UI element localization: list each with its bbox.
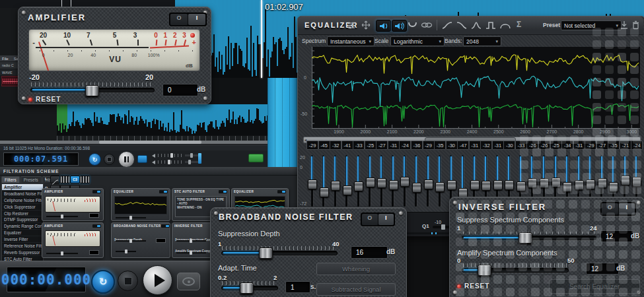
filter-list-item[interactable]: Dynamic Range Control [2, 223, 43, 230]
thumbnail-broadband-noise-filter[interactable]: BROADBAND NOISE FILTER Suppression Depth [111, 222, 170, 258]
filter-curve-icon[interactable] [50, 176, 60, 183]
fader-handle[interactable] [320, 187, 329, 197]
reset-button[interactable]: RESET [457, 282, 489, 290]
fader-handle[interactable] [424, 180, 433, 189]
fader-handle[interactable] [575, 180, 584, 190]
compressor-icon[interactable]: C3 [70, 176, 80, 183]
fader-handle[interactable] [563, 182, 572, 192]
thumbnail-equalizer[interactable]: EQUALIZER [111, 188, 170, 221]
reset-button[interactable]: RESET [28, 96, 61, 103]
power-on-button[interactable]: I [188, 14, 205, 25]
fader-handle[interactable] [308, 180, 317, 189]
adapt-handle[interactable] [240, 282, 254, 294]
gain-value-box[interactable]: 0 [162, 84, 198, 96]
fader-handle[interactable] [505, 180, 514, 190]
suppression-slider[interactable] [221, 251, 338, 255]
thumbnail-amplifier[interactable]: AMPLIFIER [42, 188, 104, 221]
amplify-value-box[interactable]: 12 [586, 263, 619, 275]
filter-list-item[interactable]: Reverb Suppressor [2, 249, 43, 256]
playhead[interactable] [261, 0, 262, 78]
suppress-handle[interactable] [519, 232, 532, 244]
fader-handle[interactable] [354, 182, 363, 191]
mini-monitor-button[interactable] [137, 155, 147, 163]
filter-list-item[interactable]: Inverse Filter [2, 236, 43, 243]
filter-list-item[interactable]: Amplifier [2, 184, 43, 191]
stop-button[interactable] [118, 271, 138, 291]
mini-loop-button[interactable]: ↻ [89, 153, 101, 166]
power-on-button[interactable]: I [619, 203, 635, 214]
fader-handle[interactable] [517, 182, 526, 191]
play-button[interactable] [143, 265, 172, 295]
loop-button[interactable]: ↻ [91, 270, 115, 294]
thumb-power-toggle[interactable] [277, 190, 286, 193]
fader-handle[interactable] [389, 180, 398, 190]
fader-handle[interactable] [621, 176, 630, 185]
fader-handle[interactable] [540, 178, 549, 188]
fader-handle[interactable] [470, 180, 480, 190]
scrollbar-thumb[interactable] [99, 141, 201, 144]
mini-green-button[interactable] [248, 154, 264, 162]
fader-handle[interactable] [493, 180, 503, 190]
volume-handle[interactable] [168, 160, 170, 164]
thumbnail-amplifier-2[interactable]: AMPLIFIER [42, 222, 104, 258]
eq-bars-icon[interactable] [80, 176, 90, 183]
thumb-power-toggle[interactable] [159, 190, 168, 193]
fader-handle[interactable] [412, 183, 421, 193]
fader-handle[interactable] [482, 181, 491, 191]
gain-handle[interactable] [85, 85, 99, 96]
fader-handle[interactable] [435, 182, 445, 192]
volume-left[interactable] [152, 153, 201, 158]
tab-filters[interactable]: Filters [1, 176, 20, 183]
search-equalizer-button[interactable]: Search Equalizer [549, 279, 640, 294]
horizontal-scrollbar[interactable] [0, 141, 300, 144]
power-off-button[interactable]: O [362, 214, 378, 225]
fader-handle[interactable] [377, 178, 386, 188]
power-on-button[interactable]: I [378, 214, 394, 225]
fader-handle[interactable] [343, 185, 352, 195]
fader-handle[interactable] [366, 178, 375, 187]
suppression-handle[interactable] [259, 248, 273, 259]
filter-list-item[interactable]: Equalizer [2, 230, 43, 236]
thumb-power-toggle[interactable] [219, 190, 227, 193]
filter-list-item[interactable]: DTMF Suppressor [2, 216, 43, 223]
mini-pause-button[interactable] [118, 151, 135, 168]
fader-handle[interactable] [552, 178, 561, 187]
whitening-button[interactable]: Whitening [316, 263, 396, 275]
power-off-button[interactable]: O [170, 14, 188, 25]
file-tab[interactable]: radio C [2, 63, 14, 67]
balance-handle[interactable] [190, 153, 193, 158]
filter-list-item[interactable]: Clip Restorer [2, 211, 43, 217]
fader-handle[interactable] [528, 178, 537, 188]
fader-handle[interactable] [632, 177, 641, 187]
waveform-display-2[interactable] [57, 104, 300, 135]
q-handle[interactable] [441, 224, 445, 230]
fader-handle[interactable] [598, 178, 607, 188]
mini-stop-button[interactable] [104, 154, 115, 165]
suppression-value-box[interactable]: 16 [351, 246, 388, 259]
filter-list-item[interactable]: Click Suppressor [2, 204, 43, 211]
fader-handle[interactable] [447, 180, 456, 190]
suppress-value-box[interactable]: 12 [600, 230, 633, 242]
window-header[interactable]: FILTRATION SCHEME [0, 168, 303, 176]
fader-handle[interactable] [331, 181, 340, 191]
power-off-button[interactable]: O [602, 203, 618, 214]
menu-file[interactable]: File [2, 57, 9, 61]
fader-handle[interactable] [400, 177, 410, 187]
thumb-power-toggle[interactable] [161, 224, 170, 228]
thumb-power-toggle[interactable] [92, 190, 101, 193]
balance-handle[interactable] [188, 160, 191, 164]
amplify-handle[interactable] [478, 265, 491, 276]
preview-button[interactable] [177, 273, 200, 290]
volume-right[interactable] [152, 160, 201, 165]
thumb-power-toggle[interactable] [92, 224, 101, 228]
volume-handle[interactable] [170, 153, 173, 158]
fader-handle[interactable] [586, 180, 595, 189]
eq-bars-icon[interactable] [60, 176, 70, 183]
filter-list-item[interactable]: Cellphone Noise Filter [2, 197, 43, 204]
tab-presets[interactable]: Presets [20, 176, 42, 183]
fader-handle[interactable] [609, 182, 618, 192]
subtracted-signal-button[interactable]: Subtracted Signal [316, 283, 396, 296]
adapt-value-box[interactable]: 1 [285, 281, 310, 293]
filter-list-item[interactable]: Broadband Noise Filter [2, 191, 43, 197]
filter-list-item[interactable]: Reference Noise Filter [2, 243, 43, 249]
